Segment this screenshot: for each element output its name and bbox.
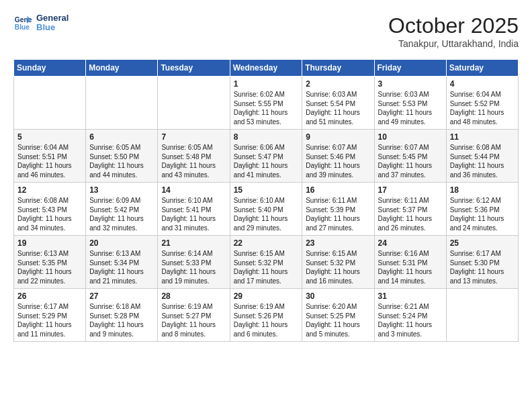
day-number: 19 xyxy=(17,238,82,248)
day-number: 7 xyxy=(161,132,226,142)
cell-content: Sunrise: 6:06 AMSunset: 5:47 PMDaylight:… xyxy=(234,143,299,179)
logo-icon: General Blue xyxy=(13,13,32,32)
col-wednesday: Wednesday xyxy=(230,60,302,77)
cell-content: Sunrise: 6:05 AMSunset: 5:50 PMDaylight:… xyxy=(89,143,154,179)
day-number: 15 xyxy=(234,185,299,195)
day-number: 1 xyxy=(234,79,299,89)
calendar-cell: 19Sunrise: 6:13 AMSunset: 5:35 PMDayligh… xyxy=(14,236,86,289)
logo-text-line2: Blue xyxy=(36,23,69,32)
day-number: 17 xyxy=(378,185,443,195)
cell-content: Sunrise: 6:04 AMSunset: 5:52 PMDaylight:… xyxy=(450,90,515,126)
header: General Blue General Blue October 2025 T… xyxy=(13,13,519,49)
calendar-cell: 30Sunrise: 6:20 AMSunset: 5:25 PMDayligh… xyxy=(302,289,374,342)
day-number: 9 xyxy=(306,132,370,142)
cell-content: Sunrise: 6:11 AMSunset: 5:39 PMDaylight:… xyxy=(306,196,370,232)
col-thursday: Thursday xyxy=(302,60,374,77)
cell-content: Sunrise: 6:16 AMSunset: 5:31 PMDaylight:… xyxy=(378,249,443,285)
calendar-cell xyxy=(446,289,518,342)
day-number: 3 xyxy=(378,79,443,89)
calendar-week-row-1: 1Sunrise: 6:02 AMSunset: 5:55 PMDaylight… xyxy=(14,77,519,130)
cell-content: Sunrise: 6:10 AMSunset: 5:41 PMDaylight:… xyxy=(161,196,226,232)
cell-content: Sunrise: 6:19 AMSunset: 5:26 PMDaylight:… xyxy=(234,302,299,338)
calendar-cell: 8Sunrise: 6:06 AMSunset: 5:47 PMDaylight… xyxy=(230,130,302,183)
calendar-cell: 25Sunrise: 6:17 AMSunset: 5:30 PMDayligh… xyxy=(446,236,518,289)
day-number: 2 xyxy=(306,79,370,89)
cell-content: Sunrise: 6:18 AMSunset: 5:28 PMDaylight:… xyxy=(89,302,154,338)
logo: General Blue General Blue xyxy=(13,13,69,33)
calendar-cell xyxy=(14,77,86,130)
svg-text:Blue: Blue xyxy=(15,24,30,32)
title-section: October 2025 Tanakpur, Uttarakhand, Indi… xyxy=(388,13,519,49)
calendar-table: Sunday Monday Tuesday Wednesday Thursday… xyxy=(13,59,519,342)
cell-content: Sunrise: 6:14 AMSunset: 5:33 PMDaylight:… xyxy=(161,249,226,285)
cell-content: Sunrise: 6:07 AMSunset: 5:45 PMDaylight:… xyxy=(378,143,443,179)
day-number: 18 xyxy=(450,185,515,195)
calendar-week-row-3: 12Sunrise: 6:08 AMSunset: 5:43 PMDayligh… xyxy=(14,183,519,236)
calendar-cell xyxy=(158,77,230,130)
day-number: 16 xyxy=(306,185,370,195)
calendar-header-row: Sunday Monday Tuesday Wednesday Thursday… xyxy=(14,60,519,77)
calendar-cell: 12Sunrise: 6:08 AMSunset: 5:43 PMDayligh… xyxy=(14,183,86,236)
cell-content: Sunrise: 6:10 AMSunset: 5:40 PMDaylight:… xyxy=(234,196,299,232)
day-number: 24 xyxy=(378,238,443,248)
calendar-cell: 21Sunrise: 6:14 AMSunset: 5:33 PMDayligh… xyxy=(158,236,230,289)
calendar-cell: 22Sunrise: 6:15 AMSunset: 5:32 PMDayligh… xyxy=(230,236,302,289)
day-number: 25 xyxy=(450,238,515,248)
cell-content: Sunrise: 6:07 AMSunset: 5:46 PMDaylight:… xyxy=(306,143,370,179)
calendar-cell: 13Sunrise: 6:09 AMSunset: 5:42 PMDayligh… xyxy=(86,183,158,236)
calendar-body: 1Sunrise: 6:02 AMSunset: 5:55 PMDaylight… xyxy=(14,77,519,342)
col-monday: Monday xyxy=(86,60,158,77)
calendar-cell: 14Sunrise: 6:10 AMSunset: 5:41 PMDayligh… xyxy=(158,183,230,236)
logo-text-line1: General xyxy=(36,13,69,23)
col-tuesday: Tuesday xyxy=(158,60,230,77)
calendar-week-row-2: 5Sunrise: 6:04 AMSunset: 5:51 PMDaylight… xyxy=(14,130,519,183)
cell-content: Sunrise: 6:19 AMSunset: 5:27 PMDaylight:… xyxy=(161,302,226,338)
cell-content: Sunrise: 6:09 AMSunset: 5:42 PMDaylight:… xyxy=(89,196,154,232)
location: Tanakpur, Uttarakhand, India xyxy=(388,38,519,49)
calendar-cell: 16Sunrise: 6:11 AMSunset: 5:39 PMDayligh… xyxy=(302,183,374,236)
cell-content: Sunrise: 6:21 AMSunset: 5:24 PMDaylight:… xyxy=(378,302,443,338)
calendar-cell xyxy=(86,77,158,130)
calendar-cell: 15Sunrise: 6:10 AMSunset: 5:40 PMDayligh… xyxy=(230,183,302,236)
day-number: 30 xyxy=(306,291,370,301)
calendar-cell: 24Sunrise: 6:16 AMSunset: 5:31 PMDayligh… xyxy=(374,236,446,289)
calendar-cell: 6Sunrise: 6:05 AMSunset: 5:50 PMDaylight… xyxy=(86,130,158,183)
day-number: 28 xyxy=(161,291,226,301)
day-number: 29 xyxy=(234,291,299,301)
calendar-cell: 26Sunrise: 6:17 AMSunset: 5:29 PMDayligh… xyxy=(14,289,86,342)
day-number: 22 xyxy=(234,238,299,248)
day-number: 21 xyxy=(161,238,226,248)
col-saturday: Saturday xyxy=(446,60,518,77)
day-number: 20 xyxy=(89,238,154,248)
calendar-cell: 31Sunrise: 6:21 AMSunset: 5:24 PMDayligh… xyxy=(374,289,446,342)
calendar-cell: 5Sunrise: 6:04 AMSunset: 5:51 PMDaylight… xyxy=(14,130,86,183)
day-number: 31 xyxy=(378,291,443,301)
calendar-cell: 29Sunrise: 6:19 AMSunset: 5:26 PMDayligh… xyxy=(230,289,302,342)
day-number: 5 xyxy=(17,132,82,142)
cell-content: Sunrise: 6:17 AMSunset: 5:30 PMDaylight:… xyxy=(450,249,515,285)
calendar-week-row-4: 19Sunrise: 6:13 AMSunset: 5:35 PMDayligh… xyxy=(14,236,519,289)
calendar-cell: 4Sunrise: 6:04 AMSunset: 5:52 PMDaylight… xyxy=(446,77,518,130)
calendar-cell: 7Sunrise: 6:05 AMSunset: 5:48 PMDaylight… xyxy=(158,130,230,183)
page: General Blue General Blue October 2025 T… xyxy=(0,0,532,349)
day-number: 27 xyxy=(89,291,154,301)
day-number: 6 xyxy=(89,132,154,142)
calendar-cell: 10Sunrise: 6:07 AMSunset: 5:45 PMDayligh… xyxy=(374,130,446,183)
cell-content: Sunrise: 6:15 AMSunset: 5:32 PMDaylight:… xyxy=(306,249,370,285)
cell-content: Sunrise: 6:20 AMSunset: 5:25 PMDaylight:… xyxy=(306,302,370,338)
day-number: 11 xyxy=(450,132,515,142)
calendar-cell: 11Sunrise: 6:08 AMSunset: 5:44 PMDayligh… xyxy=(446,130,518,183)
cell-content: Sunrise: 6:12 AMSunset: 5:36 PMDaylight:… xyxy=(450,196,515,232)
cell-content: Sunrise: 6:08 AMSunset: 5:43 PMDaylight:… xyxy=(17,196,82,232)
cell-content: Sunrise: 6:13 AMSunset: 5:35 PMDaylight:… xyxy=(17,249,82,285)
calendar-cell: 23Sunrise: 6:15 AMSunset: 5:32 PMDayligh… xyxy=(302,236,374,289)
calendar-cell: 9Sunrise: 6:07 AMSunset: 5:46 PMDaylight… xyxy=(302,130,374,183)
day-number: 12 xyxy=(17,185,82,195)
cell-content: Sunrise: 6:02 AMSunset: 5:55 PMDaylight:… xyxy=(234,90,299,126)
calendar-cell: 27Sunrise: 6:18 AMSunset: 5:28 PMDayligh… xyxy=(86,289,158,342)
calendar-cell: 20Sunrise: 6:13 AMSunset: 5:34 PMDayligh… xyxy=(86,236,158,289)
col-sunday: Sunday xyxy=(14,60,86,77)
month-title: October 2025 xyxy=(388,13,519,38)
cell-content: Sunrise: 6:03 AMSunset: 5:53 PMDaylight:… xyxy=(378,90,443,126)
day-number: 10 xyxy=(378,132,443,142)
